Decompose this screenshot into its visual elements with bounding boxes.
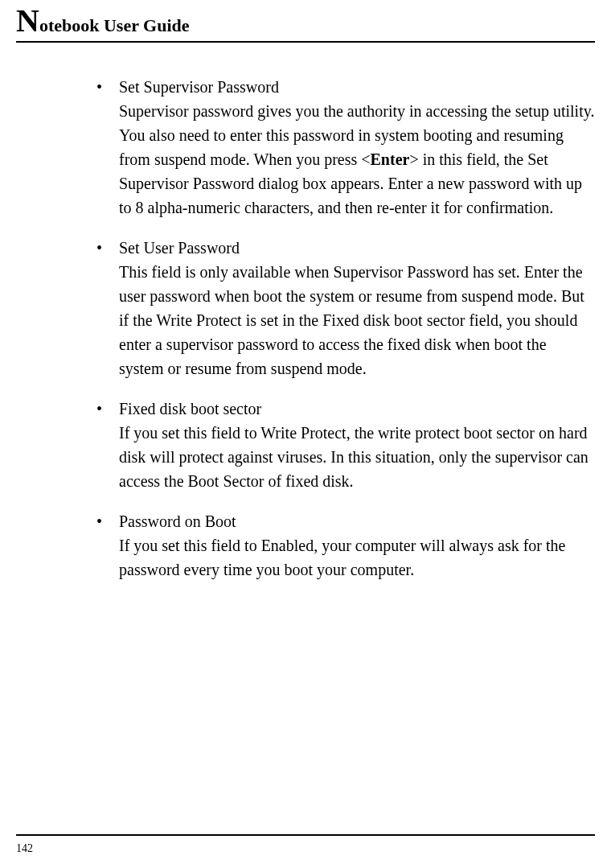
list-item: Set Supervisor Password Supervisor passw… <box>119 75 595 220</box>
list-item: Fixed disk boot sector If you set this f… <box>119 397 595 493</box>
item-title: Fixed disk boot sector <box>119 397 595 421</box>
item-body: If you set this field to Enabled, your c… <box>119 533 595 582</box>
page-header: Notebook User Guide <box>0 0 611 43</box>
bullet-list: Set Supervisor Password Supervisor passw… <box>119 75 595 582</box>
header-title-rest: otebook User Guide <box>39 15 190 35</box>
footer-rule <box>16 834 595 836</box>
header-title: Notebook User Guide <box>16 6 595 41</box>
page-content: Set Supervisor Password Supervisor passw… <box>0 43 611 614</box>
list-item: Set User Password This field is only ava… <box>119 236 595 381</box>
item-body: This field is only available when Superv… <box>119 260 595 381</box>
item-body: If you set this field to Write Protect, … <box>119 421 595 493</box>
item-title: Set User Password <box>119 236 595 260</box>
page-number: 142 <box>16 842 595 855</box>
header-drop-cap: N <box>16 2 39 39</box>
item-body-bold: Enter <box>371 150 410 168</box>
page-footer: 142 <box>0 834 611 855</box>
item-body: Supervisor password gives you the author… <box>119 99 595 220</box>
item-title: Set Supervisor Password <box>119 75 595 99</box>
list-item: Password on Boot If you set this field t… <box>119 509 595 582</box>
item-title: Password on Boot <box>119 509 595 533</box>
